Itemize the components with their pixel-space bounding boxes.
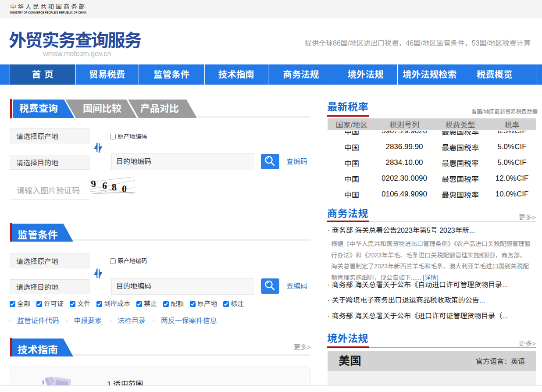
svg-text:6: 6 <box>102 180 108 191</box>
svg-text:9: 9 <box>90 178 96 189</box>
svg-text:0: 0 <box>122 183 127 194</box>
svg-text:8: 8 <box>111 182 117 193</box>
